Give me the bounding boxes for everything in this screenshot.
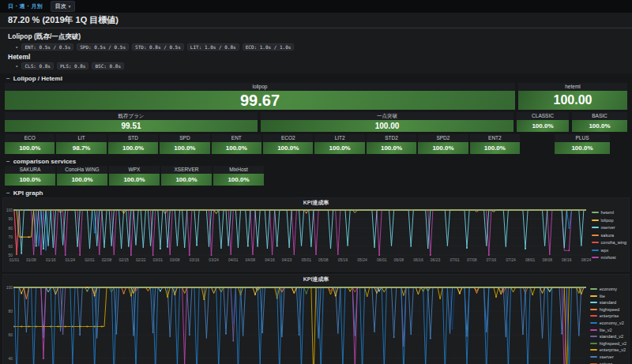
svg-text:60: 60 bbox=[8, 244, 13, 249]
legend-label: lite_v2 bbox=[600, 328, 612, 332]
legend-item-conoha_wing[interactable]: conoha_wing bbox=[592, 240, 626, 245]
svg-text:06/16: 06/16 bbox=[413, 257, 423, 262]
legend-label: enterprise_v2 bbox=[600, 347, 626, 352]
chart-legend: hetemllolipopxserversakuraconoha_wingwpx… bbox=[592, 210, 626, 260]
stat-panel-title: lolipop bbox=[5, 83, 515, 91]
legend-label: highspeed bbox=[600, 307, 619, 312]
legend-item-heteml[interactable]: heteml bbox=[592, 210, 626, 215]
kpi-line-chart[interactable]: 01/0101/0801/1601/2402/0102/0802/1502/22… bbox=[3, 198, 592, 272]
stat-panel-ent[interactable]: ENT100.0% bbox=[212, 134, 261, 154]
stat-panel-lit2[interactable]: LIT2100.0% bbox=[314, 134, 364, 154]
legend-item-economy_v2[interactable]: economy_v2 bbox=[590, 321, 626, 325]
section-row-kpi-graph[interactable]: − KPI graph bbox=[0, 188, 632, 197]
legend-label: standard_v2 bbox=[600, 334, 623, 339]
svg-text:04/08: 04/08 bbox=[246, 257, 256, 262]
legend-item-xserver[interactable]: xserver bbox=[592, 225, 626, 230]
threshold-chip: SPD: 0.5s / 0.5s bbox=[77, 43, 129, 51]
stat-panel-mixhost[interactable]: MixHost100.0% bbox=[213, 166, 264, 186]
stat-panel-wpx[interactable]: WPX100.0% bbox=[109, 166, 160, 186]
svg-text:06/23: 06/23 bbox=[431, 257, 441, 262]
stat-panel-sakura[interactable]: SAKURA100.0% bbox=[5, 166, 55, 186]
threshold-chip: BSC: 0.8s bbox=[92, 62, 124, 69]
stat-panel-basic[interactable]: BASIC100.0% bbox=[572, 112, 627, 132]
svg-text:03/24: 03/24 bbox=[209, 257, 219, 262]
legend-item-economy[interactable]: economy bbox=[590, 287, 626, 291]
stat-panel-spd[interactable]: SPD100.0% bbox=[160, 134, 209, 154]
stat-panel-title: ECO2 bbox=[263, 134, 313, 142]
section-row-comparison[interactable]: − comparison services bbox=[0, 156, 632, 166]
svg-text:07/16: 07/16 bbox=[487, 257, 497, 262]
stat-panel-lit[interactable]: LIT98.7% bbox=[56, 134, 106, 154]
legend-item-lite[interactable]: lite bbox=[590, 294, 626, 298]
legend-item-lite_v2[interactable]: lite_v2 bbox=[590, 328, 626, 332]
legend-label: sakura bbox=[601, 233, 615, 238]
toc-dropdown-button[interactable]: 目次 ▾ bbox=[51, 1, 76, 12]
stat-panel-ent2[interactable]: ENT2100.0% bbox=[470, 134, 520, 154]
legend-color-dash bbox=[590, 295, 597, 297]
legend-item-sakura[interactable]: sakura bbox=[590, 362, 626, 364]
stat-panel-xserver[interactable]: XSERVER100.0% bbox=[161, 166, 212, 186]
stat-panel-title: heteml bbox=[518, 83, 627, 91]
stat-panel-classic[interactable]: CLASSIC100.0% bbox=[517, 112, 569, 132]
stat-panel-value: 100.0% bbox=[160, 142, 209, 154]
legend-item-enterprise[interactable]: enterprise bbox=[590, 313, 626, 318]
stat-panel-value: 100.00 bbox=[518, 91, 627, 110]
section-title: KPI graph bbox=[13, 190, 43, 197]
legend-item-enterprise_v2[interactable]: enterprise_v2 bbox=[590, 347, 626, 352]
legend-color-dash bbox=[592, 235, 599, 236]
legend-item-highspeed[interactable]: highspeed bbox=[590, 307, 626, 312]
svg-text:70: 70 bbox=[8, 235, 13, 239]
stat-panel-plus[interactable]: PLUS100.0% bbox=[555, 134, 610, 154]
stat-panel-eco[interactable]: ECO100.0% bbox=[5, 134, 55, 154]
stat-row-plan-details: ECO100.0%LIT98.7%STD100.0%SPD100.0%ENT10… bbox=[0, 134, 632, 154]
legend-color-dash bbox=[592, 250, 599, 251]
stat-panel-heteml[interactable]: heteml100.00 bbox=[518, 83, 627, 110]
legend-color-dash bbox=[590, 288, 597, 290]
threshold-notes-panel: Lolipop (既存/一点突破) •ENT: 0.5s / 0.5sSPD: … bbox=[0, 28, 632, 73]
legend-label: lite bbox=[600, 294, 605, 298]
stat-panel-value: 98.7% bbox=[56, 142, 106, 154]
stat-panel-eco2[interactable]: ECO2100.0% bbox=[263, 134, 313, 154]
stat-panel-title: 一点突破 bbox=[261, 112, 514, 120]
stat-panel-std2[interactable]: STD2100.0% bbox=[367, 134, 416, 154]
svg-text:100: 100 bbox=[6, 208, 13, 212]
stat-panel-std[interactable]: STD100.0% bbox=[108, 134, 158, 154]
legend-item-sakura[interactable]: sakura bbox=[592, 233, 626, 238]
legend-color-dash bbox=[592, 257, 599, 258]
svg-text:02/22: 02/22 bbox=[136, 257, 146, 262]
legend-label: sakura bbox=[600, 362, 613, 364]
legend-item-standard_v2[interactable]: standard_v2 bbox=[590, 334, 626, 339]
stat-panel-lolipop[interactable]: lolipop99.67 bbox=[5, 83, 515, 110]
nav-link-period-views[interactable]: 日・週・月別 bbox=[8, 2, 43, 10]
stat-panel-title: ConoHa WING bbox=[57, 166, 107, 174]
legend-item-highspeed_v2[interactable]: highspeed_v2 bbox=[590, 341, 626, 346]
legend-item-wpx[interactable]: wpx bbox=[592, 248, 626, 253]
svg-text:06/08: 06/08 bbox=[394, 257, 404, 262]
stat-panel-value: 100.0% bbox=[517, 120, 569, 132]
stat-panel-value: 100.00 bbox=[261, 120, 514, 132]
page-title: 87.20 % (2019年 1Q 目標値) bbox=[8, 14, 118, 26]
stat-panel-既存プラン[interactable]: 既存プラン99.51 bbox=[5, 112, 258, 132]
legend-label: economy bbox=[600, 287, 617, 291]
svg-text:08/08: 08/08 bbox=[542, 257, 552, 262]
legend-color-dash bbox=[592, 212, 599, 213]
stat-panel-一点突破[interactable]: 一点突破100.00 bbox=[261, 112, 514, 132]
threshold-chip: ENT: 0.5s / 0.5s bbox=[21, 43, 73, 51]
svg-text:07/08: 07/08 bbox=[467, 257, 477, 262]
legend-color-dash bbox=[592, 242, 599, 243]
section-row-lolipop-heteml[interactable]: − Lolipop / Heteml bbox=[0, 73, 632, 83]
stat-panel-title: SPD2 bbox=[418, 134, 468, 142]
collapse-icon: − bbox=[6, 158, 10, 165]
legend-item-standard[interactable]: standard bbox=[590, 300, 626, 305]
legend-color-dash bbox=[590, 349, 597, 351]
stat-panel-title: STD bbox=[108, 134, 158, 142]
svg-text:08/16: 08/16 bbox=[562, 257, 572, 262]
kpi-line-chart[interactable]: 01/0101/0801/1601/2402/0102/0802/1502/22… bbox=[3, 275, 592, 364]
legend-color-dash bbox=[590, 315, 597, 317]
legend-item-xserver[interactable]: xserver bbox=[590, 355, 626, 359]
stat-panel-spd2[interactable]: SPD2100.0% bbox=[418, 134, 468, 154]
stat-panel-conoha-wing[interactable]: ConoHa WING100.0% bbox=[57, 166, 107, 186]
legend-item-mixhost[interactable]: mixhost bbox=[592, 255, 626, 260]
stat-row-main: lolipop99.67heteml100.00 bbox=[0, 83, 632, 110]
legend-item-lolipop[interactable]: lolipop bbox=[592, 218, 626, 223]
